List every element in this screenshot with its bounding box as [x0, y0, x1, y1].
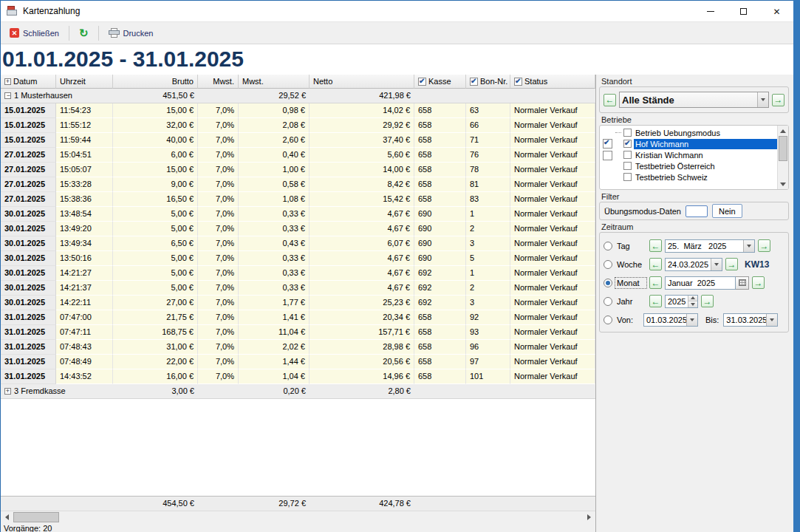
table-row[interactable]: 30.01.2025 14:21:27 5,00 € 7,0% 0,33 € 4… — [1, 266, 595, 281]
column-header-datum[interactable]: Datum — [1, 75, 56, 89]
scrollbar-thumb[interactable] — [779, 136, 787, 161]
table-row[interactable]: 30.01.2025 14:22:11 27,00 € 7,0% 1,77 € … — [1, 296, 595, 310]
betrieb-checkbox[interactable] — [623, 151, 632, 159]
table-row[interactable]: 31.01.2025 14:43:52 16,00 € 7,0% 1,04 € … — [1, 369, 595, 384]
column-header-netto[interactable]: Netto — [310, 75, 414, 89]
von-date-select[interactable]: 01.03.2025 — [643, 313, 698, 327]
betrieb-checkbox[interactable] — [623, 162, 632, 170]
group-row-fremdkasse[interactable]: 3 Fremdkasse 3,00 € 0,20 € 2,80 € — [1, 384, 595, 399]
table-row[interactable]: 30.01.2025 14:21:37 5,00 € 7,0% 0,33 € 4… — [1, 281, 595, 296]
standort-select[interactable]: Alle Stände — [619, 92, 769, 108]
table-row[interactable]: 30.01.2025 13:50:16 5,00 € 7,0% 0,33 € 4… — [1, 251, 595, 266]
kasse-checkbox[interactable] — [418, 78, 426, 86]
betriebe-list-item[interactable]: Betrieb Uebungsmodus — [615, 127, 777, 138]
jahr-next-button[interactable] — [701, 295, 714, 307]
expand-group-icon[interactable] — [4, 388, 11, 395]
spin-up-icon[interactable] — [688, 296, 697, 302]
woche-next-button[interactable] — [725, 258, 738, 270]
scrollbar-track[interactable] — [13, 511, 583, 523]
column-header-kasse[interactable]: Kasse — [414, 75, 466, 89]
jahr-prev-button[interactable] — [649, 295, 662, 307]
tag-radio[interactable] — [604, 242, 612, 250]
dropdown-arrow-icon[interactable] — [766, 314, 777, 326]
dropdown-arrow-icon[interactable] — [743, 240, 754, 252]
tag-date-select[interactable]: 25. März 2025 — [665, 239, 755, 253]
nein-button[interactable]: Nein — [712, 204, 742, 218]
betrieb-checkbox[interactable] — [623, 129, 632, 137]
table-row[interactable]: 27.01.2025 15:04:51 6,00 € 7,0% 0,40 € 5… — [1, 148, 595, 163]
betriebe-list-item[interactable]: Hof Wichmann — [615, 138, 777, 149]
refresh-button[interactable] — [74, 25, 94, 41]
table-row[interactable]: 27.01.2025 15:05:07 15,00 € 7,0% 1,00 € … — [1, 163, 595, 177]
tag-prev-button[interactable] — [649, 239, 662, 252]
collapse-group-icon[interactable] — [4, 92, 11, 99]
standort-next-button[interactable] — [772, 94, 784, 106]
scroll-right-icon[interactable] — [583, 511, 595, 523]
betriebe-scrollbar[interactable] — [777, 126, 788, 189]
dropdown-arrow-icon[interactable] — [686, 314, 697, 326]
bis-date-select[interactable]: 31.03.2025 — [723, 313, 778, 327]
monat-next-button[interactable] — [752, 276, 765, 289]
table-row[interactable]: 30.01.2025 13:49:20 5,00 € 7,0% 0,33 € 4… — [1, 222, 595, 236]
table-row[interactable]: 15.01.2025 11:55:12 32,00 € 7,0% 2,08 € … — [1, 118, 595, 133]
monat-prev-button[interactable] — [649, 276, 662, 289]
table-row[interactable]: 31.01.2025 07:47:11 168,75 € 7,0% 11,04 … — [1, 325, 595, 340]
tag-next-button[interactable] — [758, 239, 770, 252]
table-row[interactable]: 30.01.2025 13:49:34 6,50 € 7,0% 0,43 € 6… — [1, 236, 595, 251]
betriebe-group-checkbox-1[interactable] — [603, 139, 612, 149]
schliessen-button[interactable]: Schließen — [4, 25, 64, 41]
standort-prev-button[interactable] — [604, 94, 616, 106]
betrieb-checkbox[interactable] — [623, 173, 632, 181]
scroll-up-icon[interactable] — [778, 126, 788, 136]
betrieb-label[interactable]: Betrieb Uebungsmodus — [634, 128, 777, 138]
betriebe-list-item[interactable]: Testbetrieb Österreich — [615, 160, 777, 171]
table-row[interactable]: 31.01.2025 07:48:49 22,00 € 7,0% 1,44 € … — [1, 355, 595, 369]
dropdown-arrow-icon[interactable] — [711, 259, 722, 270]
betrieb-label[interactable]: Testbetrieb Österreich — [634, 161, 777, 171]
scrollbar-track[interactable] — [778, 136, 788, 179]
drucken-button[interactable]: Drucken — [103, 25, 159, 41]
betrieb-checkbox[interactable] — [623, 140, 632, 148]
betrieb-label[interactable]: Kristian Wichmann — [634, 150, 777, 160]
expand-all-icon[interactable] — [4, 78, 11, 85]
monat-field[interactable]: Januar 2025 — [665, 276, 736, 290]
spin-down-icon[interactable] — [688, 301, 697, 307]
minimize-button[interactable] — [694, 1, 727, 21]
column-header-status[interactable]: Status — [510, 75, 595, 89]
group-row-musterhausen[interactable]: 1 Musterhausen 451,50 € 29,52 € 421,98 € — [1, 89, 595, 103]
close-window-button[interactable] — [760, 1, 793, 21]
table-row[interactable]: 15.01.2025 11:54:23 15,00 € 7,0% 0,98 € … — [1, 103, 595, 118]
woche-radio[interactable] — [604, 260, 612, 269]
column-header-mwst-prozent[interactable]: Mwst. — [198, 75, 239, 89]
table-row[interactable]: 27.01.2025 15:33:28 9,00 € 7,0% 0,58 € 8… — [1, 177, 595, 192]
betrieb-label[interactable]: Testbetrieb Schweiz — [634, 172, 777, 183]
woche-date-select[interactable]: 24.03.2025 — [665, 258, 722, 271]
horizontal-scrollbar[interactable] — [1, 511, 595, 523]
monat-radio[interactable] — [604, 279, 612, 287]
von-radio[interactable] — [604, 316, 612, 324]
table-row[interactable]: 31.01.2025 07:47:00 21,75 € 7,0% 1,41 € … — [1, 310, 595, 325]
betriebe-group-checkbox-2[interactable] — [603, 151, 612, 160]
column-header-uhrzeit[interactable]: Uhrzeit — [56, 75, 113, 89]
calendar-button[interactable] — [736, 276, 749, 290]
jahr-spinner[interactable]: 2025 — [665, 295, 698, 308]
status-checkbox[interactable] — [514, 78, 522, 86]
dropdown-arrow-icon[interactable] — [757, 92, 768, 107]
column-header-bon-nr[interactable]: Bon-Nr. — [466, 75, 510, 89]
scroll-down-icon[interactable] — [778, 179, 788, 189]
scroll-left-icon[interactable] — [1, 511, 13, 523]
maximize-button[interactable] — [727, 1, 760, 21]
scrollbar-thumb[interactable] — [13, 512, 59, 522]
table-row[interactable]: 31.01.2025 07:48:43 31,00 € 7,0% 2,02 € … — [1, 340, 595, 355]
betriebe-list-item[interactable]: Testbetrieb Schweiz — [615, 171, 777, 183]
betrieb-label[interactable]: Hof Wichmann — [634, 139, 777, 149]
table-row[interactable]: 27.01.2025 15:38:36 16,50 € 7,0% 1,08 € … — [1, 192, 595, 207]
column-header-brutto[interactable]: Brutto — [113, 75, 198, 89]
woche-prev-button[interactable] — [649, 258, 662, 270]
table-row[interactable]: 15.01.2025 11:59:44 40,00 € 7,0% 2,60 € … — [1, 133, 595, 148]
jahr-radio[interactable] — [604, 297, 612, 306]
table-row[interactable]: 30.01.2025 13:48:54 5,00 € 7,0% 0,33 € 4… — [1, 207, 595, 222]
betriebe-list-item[interactable]: Kristian Wichmann — [615, 149, 777, 160]
uebungsmodus-field[interactable] — [686, 205, 708, 217]
bon-nr-checkbox[interactable] — [470, 78, 478, 86]
